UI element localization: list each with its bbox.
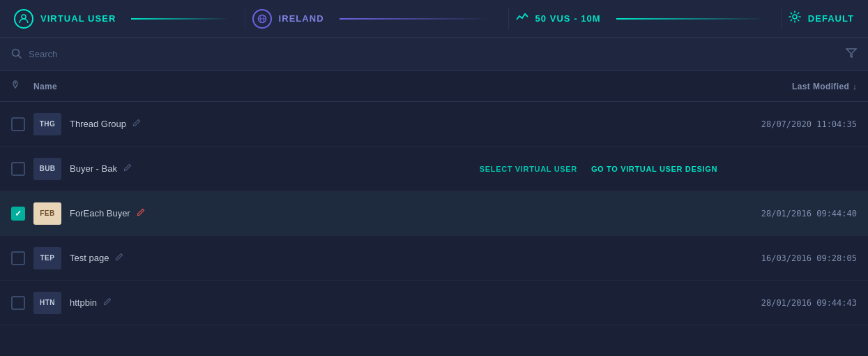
svg-point-0 [22,15,26,19]
table-header: Name Last Modified ↓ [0,71,868,102]
sep1 [245,8,245,29]
default-section[interactable]: DEFAULT [789,10,854,27]
chart-icon [516,13,528,24]
edit-icon[interactable] [136,208,145,219]
row-date: 28/01/2016 09:44:40 [731,209,857,218]
ireland-divider [340,18,493,20]
row-badge: TEP [33,247,61,269]
row-name-area: httpbin [70,297,731,309]
table-row[interactable]: THGThread Group 28/07/2020 11:04:35 [0,102,868,147]
row-checkbox[interactable] [11,207,25,221]
row-name-text: Buyer - Bak [70,163,117,174]
table-row[interactable]: TEPTest page 16/03/2016 09:28:05 [0,236,868,281]
pin-col-header [11,80,33,92]
row-name-area: ForEach Buyer [70,208,731,219]
row-checkbox[interactable] [11,296,25,310]
row-badge: THG [33,113,61,135]
top-bar: VIRTUAL USER IRELAND 50 VUS - 10M [0,0,868,38]
virtual-user-label: VIRTUAL USER [40,13,116,24]
name-col-header[interactable]: Name [33,82,703,91]
svg-point-7 [15,82,16,84]
sep2 [508,8,509,29]
virtual-user-divider [131,18,229,20]
sort-arrow: ↓ [853,82,857,91]
search-icon [11,48,22,61]
row-date: 28/01/2016 09:44:43 [731,298,857,308]
last-modified-col-header[interactable]: Last Modified ↓ [703,82,857,91]
row-name-area: Thread Group [70,119,731,130]
row-date: 16/03/2016 09:28:05 [731,253,857,263]
row-name-text: Thread Group [70,119,126,129]
table-row[interactable]: BUBBuyer - Bak SELECT VIRTUAL USERGO TO … [0,147,868,191]
virtual-user-icon [14,9,33,29]
vus-section[interactable]: 50 VUS - 10M [516,13,774,24]
select-virtual-user-button[interactable]: SELECT VIRTUAL USER [480,165,577,173]
row-actions: SELECT VIRTUAL USERGO TO VIRTUAL USER DE… [480,165,717,173]
vus-divider [616,18,766,20]
row-checkbox[interactable] [11,251,25,265]
table-row[interactable]: FEBForEach Buyer 28/01/2016 09:44:40 [0,191,868,236]
ireland-icon [252,9,272,29]
default-label: DEFAULT [808,13,854,24]
search-bar [0,38,868,71]
row-badge: FEB [33,202,61,225]
edit-icon[interactable] [114,253,123,264]
row-checkbox[interactable] [11,117,25,131]
row-badge: BUB [33,158,61,180]
table-body: THGThread Group 28/07/2020 11:04:35BUBBu… [0,102,868,356]
row-name-text: httpbin [70,297,97,308]
row-name-area: Test page [70,253,731,264]
edit-icon[interactable] [132,119,141,130]
edit-icon[interactable] [123,163,132,175]
go-to-virtual-user-design-button[interactable]: GO TO VIRTUAL USER DESIGN [591,165,717,173]
row-name-area: Buyer - Bak [70,163,480,175]
ireland-section[interactable]: IRELAND [252,9,501,29]
row-date: 28/07/2020 11:04:35 [731,119,857,129]
svg-point-4 [793,15,797,19]
sep3 [781,8,782,29]
row-badge: HTN [33,292,61,314]
vus-label: 50 VUS - 10M [535,13,601,24]
edit-icon[interactable] [102,297,112,309]
table-row[interactable]: HTNhttpbin 28/01/2016 09:44:43 [0,281,868,325]
gear-icon [789,10,801,27]
row-name-text: ForEach Buyer [70,208,130,218]
row-name-text: Test page [70,253,109,263]
svg-line-6 [19,55,22,58]
search-input[interactable] [29,49,846,59]
virtual-user-section[interactable]: VIRTUAL USER [14,9,238,29]
row-checkbox[interactable] [11,162,25,176]
ireland-label: IRELAND [279,13,324,24]
filter-icon[interactable] [846,48,857,60]
